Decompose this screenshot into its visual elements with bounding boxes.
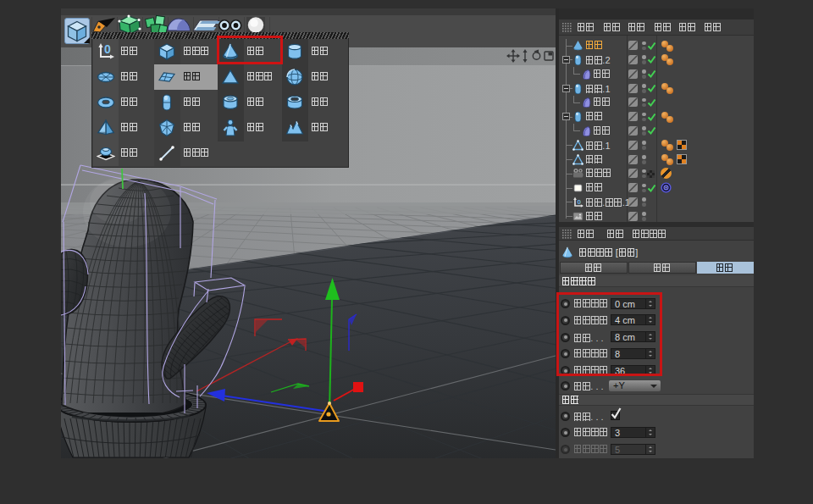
svg-text:0: 0 [104, 42, 111, 56]
svg-text:0: 0 [578, 197, 582, 205]
